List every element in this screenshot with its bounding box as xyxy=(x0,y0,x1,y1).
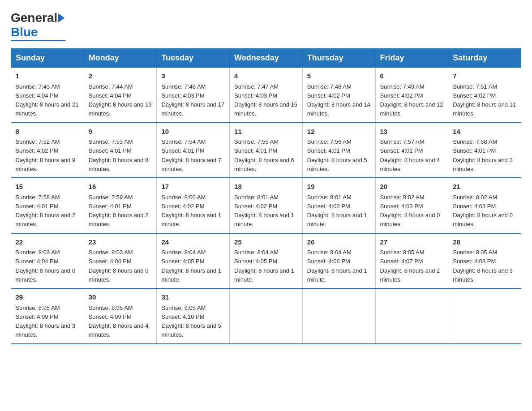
day-number: 2 xyxy=(89,71,152,81)
calendar-cell: 4Sunrise: 7:47 AMSunset: 4:03 PMDaylight… xyxy=(230,68,303,123)
logo-blue-text: Blue xyxy=(11,25,38,39)
calendar-table: SundayMondayTuesdayWednesdayThursdayFrid… xyxy=(11,48,521,344)
calendar-cell: 15Sunrise: 7:58 AMSunset: 4:01 PMDayligh… xyxy=(11,178,84,233)
calendar-cell xyxy=(302,288,375,344)
sunset-info: Sunset: 4:08 PM xyxy=(453,258,496,265)
logo-underline xyxy=(11,40,65,41)
calendar-cell: 24Sunrise: 8:04 AMSunset: 4:05 PMDayligh… xyxy=(157,233,230,289)
calendar-cell: 17Sunrise: 8:00 AMSunset: 4:02 PMDayligh… xyxy=(157,178,230,233)
sunset-info: Sunset: 4:10 PM xyxy=(161,313,204,320)
header-sunday: Sunday xyxy=(11,49,84,68)
day-number: 4 xyxy=(234,71,298,81)
day-number: 9 xyxy=(89,127,152,137)
calendar-cell: 20Sunrise: 8:02 AMSunset: 4:03 PMDayligh… xyxy=(375,178,448,233)
day-number: 11 xyxy=(234,127,298,137)
calendar-cell xyxy=(375,288,448,344)
daylight-info: Daylight: 8 hours and 8 minutes. xyxy=(89,157,149,172)
header-saturday: Saturday xyxy=(448,49,521,68)
calendar-cell: 12Sunrise: 7:56 AMSunset: 4:01 PMDayligh… xyxy=(302,123,375,178)
day-number: 24 xyxy=(161,237,225,248)
daylight-info: Daylight: 8 hours and 2 minutes. xyxy=(380,267,440,283)
sunrise-info: Sunrise: 7:51 AM xyxy=(453,83,497,90)
page-header: General Blue xyxy=(11,11,521,41)
daylight-info: Daylight: 8 hours and 5 minutes. xyxy=(161,322,221,338)
daylight-info: Daylight: 8 hours and 0 minutes. xyxy=(380,212,440,227)
week-row-5: 29Sunrise: 8:05 AMSunset: 4:09 PMDayligh… xyxy=(11,288,521,344)
header-wednesday: Wednesday xyxy=(230,49,303,68)
day-number: 10 xyxy=(161,127,225,137)
day-number: 23 xyxy=(89,237,152,248)
daylight-info: Daylight: 8 hours and 3 minutes. xyxy=(16,322,76,338)
day-number: 17 xyxy=(161,182,225,192)
header-thursday: Thursday xyxy=(302,49,375,68)
calendar-cell: 30Sunrise: 8:05 AMSunset: 4:09 PMDayligh… xyxy=(84,288,157,344)
sunrise-info: Sunrise: 7:47 AM xyxy=(234,83,279,90)
day-number: 18 xyxy=(234,182,298,192)
sunset-info: Sunset: 4:01 PM xyxy=(453,147,496,154)
day-number: 7 xyxy=(453,71,516,81)
calendar-cell: 10Sunrise: 7:54 AMSunset: 4:01 PMDayligh… xyxy=(157,123,230,178)
sunset-info: Sunset: 4:07 PM xyxy=(380,258,423,265)
week-row-1: 1Sunrise: 7:43 AMSunset: 4:04 PMDaylight… xyxy=(11,68,521,123)
calendar-cell: 27Sunrise: 8:05 AMSunset: 4:07 PMDayligh… xyxy=(375,233,448,289)
daylight-info: Daylight: 8 hours and 3 minutes. xyxy=(453,157,513,172)
logo-general-text: General xyxy=(11,11,57,25)
sunrise-info: Sunrise: 7:58 AM xyxy=(453,138,497,145)
daylight-info: Daylight: 8 hours and 14 minutes. xyxy=(307,101,370,117)
sunset-info: Sunset: 4:04 PM xyxy=(16,258,59,265)
sunrise-info: Sunrise: 7:44 AM xyxy=(89,83,133,90)
sunrise-info: Sunrise: 8:05 AM xyxy=(161,304,206,311)
sunrise-info: Sunrise: 8:05 AM xyxy=(89,304,133,311)
sunset-info: Sunset: 4:01 PM xyxy=(380,147,423,154)
logo-triangle-icon xyxy=(58,13,64,22)
daylight-info: Daylight: 8 hours and 15 minutes. xyxy=(234,101,297,117)
sunset-info: Sunset: 4:05 PM xyxy=(161,258,204,265)
day-number: 13 xyxy=(380,127,444,137)
sunrise-info: Sunrise: 8:05 AM xyxy=(16,304,60,311)
sunrise-info: Sunrise: 8:02 AM xyxy=(380,194,425,201)
sunrise-info: Sunrise: 7:54 AM xyxy=(161,138,206,145)
calendar-cell xyxy=(230,288,303,344)
calendar-cell: 6Sunrise: 7:49 AMSunset: 4:02 PMDaylight… xyxy=(375,68,448,123)
sunrise-info: Sunrise: 7:55 AM xyxy=(234,138,279,145)
sunrise-info: Sunrise: 7:48 AM xyxy=(307,83,352,90)
sunset-info: Sunset: 4:02 PM xyxy=(307,92,350,99)
daylight-info: Daylight: 8 hours and 3 minutes. xyxy=(453,267,513,283)
sunrise-info: Sunrise: 8:04 AM xyxy=(234,249,279,256)
sunset-info: Sunset: 4:03 PM xyxy=(380,203,423,210)
daylight-info: Daylight: 8 hours and 0 minutes. xyxy=(16,267,76,283)
calendar-cell: 21Sunrise: 8:02 AMSunset: 4:03 PMDayligh… xyxy=(448,178,521,233)
sunset-info: Sunset: 4:02 PM xyxy=(380,92,423,99)
daylight-info: Daylight: 8 hours and 1 minute. xyxy=(307,212,367,227)
day-number: 28 xyxy=(453,237,516,248)
sunset-info: Sunset: 4:05 PM xyxy=(234,258,277,265)
day-number: 29 xyxy=(16,292,79,303)
calendar-cell: 8Sunrise: 7:52 AMSunset: 4:02 PMDaylight… xyxy=(11,123,84,178)
daylight-info: Daylight: 8 hours and 1 minute. xyxy=(161,267,221,283)
sunrise-info: Sunrise: 8:00 AM xyxy=(161,194,206,201)
header-monday: Monday xyxy=(84,49,157,68)
daylight-info: Daylight: 8 hours and 7 minutes. xyxy=(161,157,221,172)
calendar-cell: 31Sunrise: 8:05 AMSunset: 4:10 PMDayligh… xyxy=(157,288,230,344)
calendar-cell: 29Sunrise: 8:05 AMSunset: 4:09 PMDayligh… xyxy=(11,288,84,344)
calendar-cell: 11Sunrise: 7:55 AMSunset: 4:01 PMDayligh… xyxy=(230,123,303,178)
daylight-info: Daylight: 8 hours and 1 minute. xyxy=(234,212,294,227)
daylight-info: Daylight: 8 hours and 2 minutes. xyxy=(89,212,149,227)
sunrise-info: Sunrise: 8:01 AM xyxy=(307,194,352,201)
sunset-info: Sunset: 4:01 PM xyxy=(89,203,132,210)
sunrise-info: Sunrise: 8:05 AM xyxy=(380,249,425,256)
sunrise-info: Sunrise: 7:59 AM xyxy=(89,194,133,201)
sunset-info: Sunset: 4:03 PM xyxy=(453,203,496,210)
calendar-cell: 16Sunrise: 7:59 AMSunset: 4:01 PMDayligh… xyxy=(84,178,157,233)
sunset-info: Sunset: 4:02 PM xyxy=(453,92,496,99)
daylight-info: Daylight: 8 hours and 0 minutes. xyxy=(453,212,513,227)
sunset-info: Sunset: 4:02 PM xyxy=(307,203,350,210)
day-number: 16 xyxy=(89,182,152,192)
calendar-cell: 22Sunrise: 8:03 AMSunset: 4:04 PMDayligh… xyxy=(11,233,84,289)
calendar-cell: 5Sunrise: 7:48 AMSunset: 4:02 PMDaylight… xyxy=(302,68,375,123)
sunrise-info: Sunrise: 8:03 AM xyxy=(16,249,60,256)
calendar-cell: 23Sunrise: 8:03 AMSunset: 4:04 PMDayligh… xyxy=(84,233,157,289)
calendar-cell: 26Sunrise: 8:04 AMSunset: 4:06 PMDayligh… xyxy=(302,233,375,289)
daylight-info: Daylight: 8 hours and 4 minutes. xyxy=(89,322,149,338)
sunrise-info: Sunrise: 8:01 AM xyxy=(234,194,279,201)
